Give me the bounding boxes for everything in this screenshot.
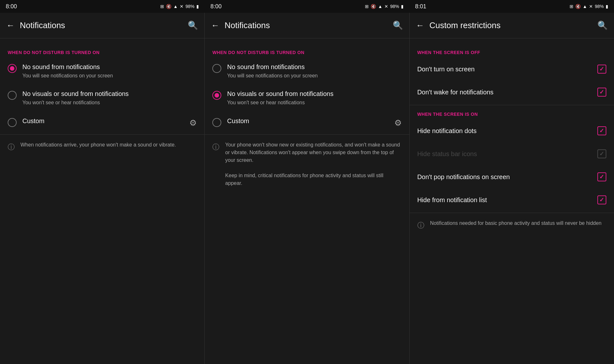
- checkbox-label-hide-list: Hide from notification list: [417, 196, 597, 204]
- checkbox-hide-notification-dots[interactable]: Hide notification dots: [410, 119, 614, 142]
- radio-option-no-visuals-1[interactable]: No visuals or sound from notifications Y…: [0, 84, 204, 111]
- radio-content-no-sound-1: No sound from notifications You will see…: [22, 63, 197, 79]
- radio-option-no-sound-1[interactable]: No sound from notifications You will see…: [0, 58, 204, 84]
- gear-icon-2[interactable]: ⚙: [394, 118, 402, 128]
- back-button-3[interactable]: ←: [416, 20, 424, 30]
- checkbox-label-dont-wake: Don't wake for notifications: [417, 89, 597, 96]
- radio-option-no-visuals-2[interactable]: No visuals or sound from notifications Y…: [205, 84, 409, 111]
- radio-content-no-visuals-1: No visuals or sound from notifications Y…: [22, 90, 197, 106]
- mute-icon-2: 🔇: [371, 4, 376, 9]
- checkbox-dont-turn-on-box[interactable]: [597, 65, 606, 74]
- search-button-3[interactable]: 🔍: [597, 20, 608, 30]
- checkbox-dont-wake-box[interactable]: [597, 88, 606, 97]
- info-icon-3: ⓘ: [417, 221, 424, 230]
- nosim-icon-2: ✕: [384, 4, 388, 9]
- checkbox-dont-pop-notifications[interactable]: Don't pop notifications on screen: [410, 165, 614, 188]
- checkbox-dont-turn-on-screen[interactable]: Don't turn on screen: [410, 58, 614, 81]
- status-time-3: 8:01: [415, 3, 426, 10]
- radio-option-custom-1[interactable]: Custom ⚙: [0, 112, 204, 133]
- search-button-1[interactable]: 🔍: [188, 20, 198, 30]
- checkbox-hide-dots-box[interactable]: [597, 126, 606, 135]
- checkbox-label-hide-statusbar: Hide status bar icons: [417, 150, 597, 158]
- status-time-2: 8:00: [210, 3, 222, 10]
- radio-button-custom-1[interactable]: [8, 118, 17, 127]
- info-text-1: When notifications arrive, your phone wo…: [20, 141, 176, 149]
- checkbox-label-hide-dots: Hide notification dots: [417, 127, 597, 135]
- panel-title-3: Custom restrictions: [429, 20, 597, 30]
- info-icon-1: ⓘ: [8, 142, 15, 152]
- mute-icon: 🔇: [166, 4, 171, 9]
- checkbox-dont-wake[interactable]: Don't wake for notifications: [410, 81, 614, 104]
- checkbox-hide-status-bar[interactable]: Hide status bar icons: [410, 142, 614, 165]
- divider-3: [410, 105, 614, 105]
- battery-icon-1: ▮: [196, 4, 199, 9]
- checkbox-hide-list-box[interactable]: [597, 195, 606, 204]
- nosim-icon-3: ✕: [589, 4, 593, 9]
- status-segment-2: 8:00 ⊞ 🔇 ▲ ✕ 98% ▮: [205, 0, 409, 13]
- section-label-screen-off: WHEN THE SCREEN IS OFF: [410, 45, 614, 58]
- checkbox-hide-statusbar-box[interactable]: [597, 149, 606, 158]
- radio-subtitle-no-sound-2: You will see notifications on your scree…: [227, 72, 401, 79]
- info-row-2: ⓘ Your phone won't show new or existing …: [205, 136, 409, 192]
- radio-button-no-visuals-2[interactable]: [212, 91, 221, 100]
- gear-icon-1[interactable]: ⚙: [189, 118, 197, 128]
- radio-subtitle-no-visuals-1: You won't see or hear notifications: [22, 99, 197, 106]
- info-row-1: ⓘ When notifications arrive, your phone …: [0, 136, 204, 157]
- radio-content-custom-1: Custom: [22, 117, 186, 125]
- bluetooth-icon: ⊞: [160, 4, 164, 9]
- search-button-2[interactable]: 🔍: [393, 20, 403, 30]
- info-icon-2: ⓘ: [212, 142, 219, 152]
- panel-header-1: ← Notifications 🔍: [0, 13, 204, 38]
- checkbox-label-dont-pop: Don't pop notifications on screen: [417, 173, 597, 181]
- signal-icon: ▲: [173, 4, 178, 9]
- back-button-2[interactable]: ←: [211, 20, 219, 30]
- panel-content-1: WHEN DO NOT DISTURB IS TURNED ON No soun…: [0, 38, 204, 364]
- section-label-screen-on: WHEN THE SCREEN IS ON: [410, 107, 614, 119]
- section-label-1: WHEN DO NOT DISTURB IS TURNED ON: [0, 45, 204, 58]
- panel-custom-restrictions: ← Custom restrictions 🔍 WHEN THE SCREEN …: [410, 13, 614, 364]
- radio-button-no-sound-1[interactable]: [8, 64, 17, 73]
- checkbox-hide-notification-list[interactable]: Hide from notification list: [410, 188, 614, 211]
- main-panels: ← Notifications 🔍 WHEN DO NOT DISTURB IS…: [0, 13, 614, 364]
- radio-title-no-sound-2: No sound from notifications: [227, 63, 401, 71]
- divider-4: [410, 213, 614, 213]
- status-icons-2: ⊞ 🔇 ▲ ✕ 98% ▮: [365, 4, 404, 9]
- info-text-3: Notifications needed for basic phone act…: [430, 219, 602, 227]
- checkbox-dont-pop-box[interactable]: [597, 172, 606, 181]
- status-time-1: 8:00: [6, 3, 17, 10]
- radio-content-no-visuals-2: No visuals or sound from notifications Y…: [227, 90, 401, 106]
- radio-button-no-sound-2[interactable]: [212, 64, 221, 73]
- radio-subtitle-no-visuals-2: You won't see or hear notifications: [227, 99, 401, 106]
- battery-pct-2: 98%: [390, 4, 399, 9]
- back-button-1[interactable]: ←: [6, 20, 15, 30]
- divider-1: [0, 134, 204, 135]
- signal-icon-2: ▲: [378, 4, 382, 9]
- radio-button-custom-2[interactable]: [212, 118, 221, 127]
- radio-option-no-sound-2[interactable]: No sound from notifications You will see…: [205, 58, 409, 84]
- radio-content-custom-2: Custom: [227, 117, 391, 125]
- battery-pct-3: 98%: [595, 4, 604, 9]
- panel-content-2: WHEN DO NOT DISTURB IS TURNED ON No soun…: [205, 38, 409, 364]
- panel-notifications-1: ← Notifications 🔍 WHEN DO NOT DISTURB IS…: [0, 13, 205, 364]
- panel-content-3: WHEN THE SCREEN IS OFF Don't turn on scr…: [410, 38, 614, 364]
- panel-header-2: ← Notifications 🔍: [205, 13, 409, 38]
- battery-icon-3: ▮: [606, 4, 608, 9]
- radio-content-no-sound-2: No sound from notifications You will see…: [227, 63, 401, 79]
- radio-title-no-visuals-1: No visuals or sound from notifications: [22, 90, 197, 98]
- status-segment-1: 8:00 ⊞ 🔇 ▲ ✕ 98% ▮: [0, 0, 205, 13]
- checkbox-label-dont-turn-on: Don't turn on screen: [417, 66, 597, 73]
- mute-icon-3: 🔇: [575, 4, 581, 9]
- divider-2: [205, 134, 409, 135]
- panel-header-3: ← Custom restrictions 🔍: [410, 13, 614, 38]
- section-label-2: WHEN DO NOT DISTURB IS TURNED ON: [205, 45, 409, 58]
- status-segment-3: 8:01 ⊞ 🔇 ▲ ✕ 98% ▮: [409, 0, 614, 13]
- radio-option-custom-2[interactable]: Custom ⚙: [205, 112, 409, 133]
- info-row-3: ⓘ Notifications needed for basic phone a…: [410, 214, 614, 235]
- radio-button-no-visuals-1[interactable]: [8, 91, 17, 100]
- info-text-2: Your phone won't show new or existing no…: [225, 141, 401, 187]
- nosim-icon: ✕: [180, 4, 184, 9]
- radio-title-custom-1: Custom: [22, 117, 186, 125]
- radio-title-no-sound-1: No sound from notifications: [22, 63, 197, 71]
- panel-notifications-2: ← Notifications 🔍 WHEN DO NOT DISTURB IS…: [205, 13, 409, 364]
- status-bar: 8:00 ⊞ 🔇 ▲ ✕ 98% ▮ 8:00 ⊞ 🔇 ▲ ✕ 98% ▮ 8:…: [0, 0, 614, 13]
